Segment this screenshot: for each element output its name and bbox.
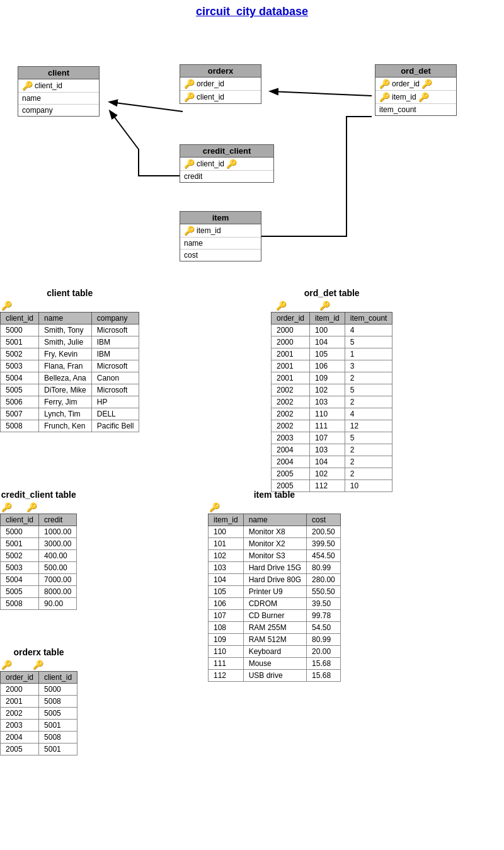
key-icon-cc-th1: 🔑 <box>1 502 12 512</box>
credit-client-table-title: credit_client table <box>0 490 77 500</box>
table-row: 20011051 <box>272 348 392 360</box>
orderx-data-table: order_id client_id 200050002001500820025… <box>0 671 77 755</box>
table-row: 5005DiTore, MikeMicrosoft <box>1 384 139 396</box>
table-row: 20041042 <box>272 456 392 468</box>
er-table-orderx: orderx 🔑 order_id 🔑 client_id <box>180 64 261 104</box>
er-item-item_id: 🔑 item_id <box>180 224 261 238</box>
er-orderx-client_id: 🔑 client_id <box>180 91 261 103</box>
client-col-name: name <box>39 313 92 324</box>
table-row: 20015008 <box>1 696 77 708</box>
cc-col-client-id: client_id <box>1 514 39 526</box>
item-data-table: item_id name cost 100Monitor X8200.50101… <box>208 514 341 682</box>
table-row: 20005000 <box>1 684 77 696</box>
ox-col-order-id: order_id <box>1 672 39 684</box>
client-table-title: client table <box>0 288 139 298</box>
ord-det-section: ord_det table 🔑 🔑 order_id item_id item_… <box>271 288 392 492</box>
key-icon-cc-th2: 🔑 <box>26 502 37 512</box>
client-section: client table 🔑 client_id name company 50… <box>0 288 139 432</box>
er-item-cost: cost <box>180 250 261 261</box>
table-row: 20021025 <box>272 384 392 396</box>
key-icon-client-th: 🔑 <box>1 301 12 311</box>
table-row: 20041032 <box>272 444 392 456</box>
key-icon-ord-det-item-id: 🔑 <box>379 92 390 102</box>
cc-col-credit: credit <box>39 514 77 526</box>
key-icon-credit-client-id: 🔑 <box>184 159 195 169</box>
table-row: 109RAM 512M80.99 <box>209 634 341 646</box>
table-row: 20011063 <box>272 360 392 372</box>
table-row: 20055001 <box>1 744 77 755</box>
item-col-name: name <box>243 514 306 526</box>
table-row: 106CDROM39.50 <box>209 598 341 610</box>
ox-col-client-id: client_id <box>39 672 77 684</box>
table-row: 108RAM 255M54.50 <box>209 622 341 634</box>
er-client-company: company <box>18 105 99 116</box>
ord-det-col-item-count: item_count <box>345 313 392 324</box>
ord-det-col-item-id: item_id <box>310 313 345 324</box>
key-icon-orderx-client-id: 🔑 <box>184 92 195 102</box>
er-ord-det-header: ord_det <box>375 65 456 78</box>
table-row: 5002Fry, KevinIBM <box>1 348 139 360</box>
table-row: 20001045 <box>272 336 392 348</box>
client-col-company: company <box>91 313 139 324</box>
er-table-item: item 🔑 item_id name cost <box>180 211 261 261</box>
table-row: 50047000.00 <box>1 574 77 586</box>
key-icon-ord-det-th1: 🔑 <box>276 301 287 311</box>
table-row: 5003500.00 <box>1 562 77 574</box>
table-row: 20021032 <box>272 396 392 408</box>
er-credit-client-credit: credit <box>180 171 273 182</box>
er-table-credit-client: credit_client 🔑 client_id 🔑 credit <box>180 144 274 183</box>
table-row: 112USB drive15.68 <box>209 670 341 682</box>
table-row: 111Mouse15.68 <box>209 658 341 670</box>
key-icon-order-id: 🔑 <box>184 79 195 89</box>
key-icon-ord-det-order-id2: 🔑 <box>421 79 432 89</box>
er-ord-det-item_id: 🔑 item_id 🔑 <box>375 91 456 104</box>
client-data-table: client_id name company 5000Smith, TonyMi… <box>0 312 139 432</box>
table-row: 100Monitor X8200.50 <box>209 526 341 538</box>
er-table-ord-det: ord_det 🔑 order_id 🔑 🔑 item_id 🔑 item_co… <box>375 64 457 116</box>
ord-det-col-order-id: order_id <box>272 313 310 324</box>
table-row: 5002400.00 <box>1 550 77 562</box>
table-row: 20045008 <box>1 732 77 744</box>
table-row: 5006Ferry, JimHP <box>1 396 139 408</box>
key-icon-ox-th1: 🔑 <box>1 660 12 670</box>
table-row: 500890.00 <box>1 598 77 610</box>
table-row: 104Hard Drive 80G280.00 <box>209 574 341 586</box>
table-row: 107CD Burner99.78 <box>209 610 341 622</box>
er-credit-client-client_id: 🔑 client_id 🔑 <box>180 158 273 171</box>
table-row: 5000Smith, TonyMicrosoft <box>1 324 139 336</box>
item-table-title: item table <box>208 490 341 500</box>
table-row: 102Monitor S3454.50 <box>209 550 341 562</box>
er-diagram: client 🔑 client_id name company orderx 🔑… <box>0 23 504 288</box>
key-icon-client-id: 🔑 <box>22 81 33 91</box>
table-row: 20011092 <box>272 372 392 384</box>
svg-line-0 <box>271 91 372 96</box>
er-orderx-order_id: 🔑 order_id <box>180 78 261 91</box>
key-icon-ord-det-item-id2: 🔑 <box>418 92 429 102</box>
table-row: 5004Belleza, AnaCanon <box>1 372 139 384</box>
er-credit-client-header: credit_client <box>180 145 273 158</box>
table-row: 20021104 <box>272 408 392 420</box>
key-icon-item-id: 🔑 <box>184 226 195 236</box>
key-icon-item-th: 🔑 <box>209 502 220 512</box>
table-row: 50013000.00 <box>1 538 77 550</box>
er-ord-det-order_id: 🔑 order_id 🔑 <box>375 78 456 91</box>
table-row: 103Hard Drive 15G80.99 <box>209 562 341 574</box>
item-section: item table 🔑 item_id name cost 100Monito… <box>208 490 341 682</box>
ord-det-table-title: ord_det table <box>271 288 392 298</box>
client-col-id: client_id <box>1 313 39 324</box>
item-col-cost: cost <box>307 514 341 526</box>
table-row: 5007Lynch, TimDELL <box>1 408 139 420</box>
er-item-header: item <box>180 212 261 224</box>
key-icon-ox-th2: 🔑 <box>33 660 43 670</box>
item-col-id: item_id <box>209 514 244 526</box>
table-row: 200211112 <box>272 420 392 432</box>
table-row: 20001004 <box>272 324 392 336</box>
key-icon-ord-det-order-id: 🔑 <box>379 79 390 89</box>
table-row: 20031075 <box>272 432 392 444</box>
table-row: 50058000.00 <box>1 586 77 598</box>
table-row: 20051022 <box>272 468 392 480</box>
table-row: 5001Smith, JulieIBM <box>1 336 139 348</box>
er-client-header: client <box>18 67 99 79</box>
er-client-client_id: 🔑 client_id <box>18 79 99 93</box>
svg-line-1 <box>110 102 183 112</box>
